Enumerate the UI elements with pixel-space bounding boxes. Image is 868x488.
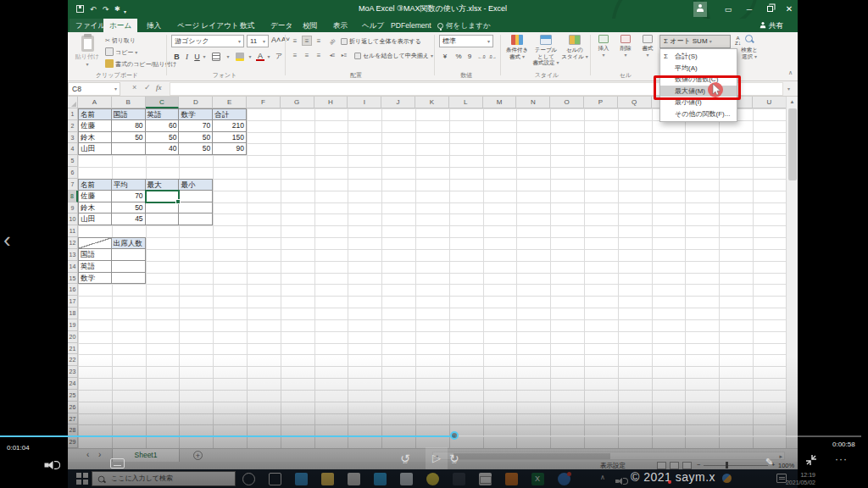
- cell-C3[interactable]: 50: [146, 132, 180, 144]
- horizontal-scrollbar[interactable]: ◂ ▸: [432, 452, 785, 460]
- view-settings-button[interactable]: 表示設定: [600, 462, 626, 469]
- align-left-icon[interactable]: ≡: [290, 50, 300, 60]
- tell-me-box[interactable]: 何をしますか: [437, 19, 491, 32]
- prev-sheet-icon[interactable]: ‹: [86, 450, 89, 459]
- row-header-17[interactable]: 17: [68, 296, 78, 308]
- row-header-9[interactable]: 9: [68, 202, 78, 214]
- align-top-icon[interactable]: ≡: [290, 36, 300, 46]
- font-size-select[interactable]: 11▾: [247, 35, 269, 47]
- font-color-icon[interactable]: A: [256, 51, 264, 61]
- expand-formula-bar-icon[interactable]: ▾: [787, 86, 790, 92]
- align-center-icon[interactable]: ≡: [302, 50, 312, 60]
- menu-item-average[interactable]: 平均(A): [660, 63, 737, 75]
- decrease-indent-icon[interactable]: ◂≡: [327, 50, 337, 60]
- cell-A3[interactable]: 鈴木: [78, 132, 112, 144]
- cell-A14[interactable]: 英語: [78, 261, 112, 273]
- taskbar-icon-photos[interactable]: [295, 473, 308, 485]
- row-header-6[interactable]: 6: [68, 167, 78, 179]
- copy-button[interactable]: コピー ▾: [105, 47, 137, 58]
- taskbar-icon-mail[interactable]: [479, 473, 492, 485]
- phonetic-icon[interactable]: ア: [275, 51, 283, 63]
- column-header-K[interactable]: K: [415, 97, 449, 108]
- column-header-Q[interactable]: Q: [618, 97, 652, 108]
- cell-A10[interactable]: 山田: [78, 214, 112, 225]
- row-header-3[interactable]: 3: [68, 132, 78, 144]
- bold-button[interactable]: B: [173, 51, 181, 63]
- page-layout-view-icon[interactable]: [670, 462, 679, 469]
- enter-icon[interactable]: ✓: [144, 83, 151, 92]
- column-header-U[interactable]: U: [753, 97, 786, 108]
- column-header-D[interactable]: D: [179, 97, 213, 108]
- row-header-26[interactable]: 26: [68, 402, 78, 413]
- cell-D7[interactable]: 最小: [179, 179, 213, 191]
- share-button[interactable]: 共有: [760, 19, 783, 32]
- row-header-4[interactable]: 4: [68, 143, 78, 155]
- taskbar-icon-cortana[interactable]: [242, 473, 255, 485]
- cell-B14[interactable]: [112, 261, 146, 273]
- column-header-E[interactable]: E: [213, 97, 247, 108]
- cell-A2[interactable]: 佐藤: [78, 120, 112, 132]
- tab-insert[interactable]: 挿入: [141, 19, 167, 32]
- borders-caret[interactable]: ▾: [225, 51, 231, 63]
- shrink-font-icon[interactable]: A˅: [281, 34, 290, 46]
- row-header-13[interactable]: 13: [68, 249, 78, 261]
- taskbar-icon-store[interactable]: [348, 473, 360, 485]
- tab-pdfelement[interactable]: PDFelement: [385, 19, 437, 32]
- vertical-scroll-thumb[interactable]: [788, 108, 797, 180]
- conditional-formatting-button[interactable]: 条件付き書式 ▾: [504, 35, 531, 70]
- cell-C1[interactable]: 英語: [146, 108, 180, 120]
- column-header-A[interactable]: A: [78, 97, 112, 108]
- taskbar-icon-meet-now[interactable]: [558, 473, 570, 485]
- cell-D1[interactable]: 数学: [179, 108, 213, 120]
- decrease-decimal-icon[interactable]: .0→: [487, 51, 498, 63]
- row-header-25[interactable]: 25: [68, 390, 78, 402]
- column-header-O[interactable]: O: [550, 97, 584, 108]
- column-header-M[interactable]: M: [483, 97, 517, 108]
- previous-video-chevron[interactable]: ‹: [3, 227, 11, 253]
- orientation-icon[interactable]: ab: [327, 36, 337, 46]
- row-header-7[interactable]: 7: [68, 179, 78, 191]
- cell-A12[interactable]: [78, 237, 112, 249]
- insert-cells-button[interactable]: 挿入▾: [593, 35, 614, 70]
- cell-E4[interactable]: 90: [213, 143, 247, 155]
- cell-E1[interactable]: 合計: [213, 108, 247, 120]
- row-header-22[interactable]: 22: [68, 354, 78, 366]
- taskbar-icon-excel[interactable]: [531, 473, 544, 485]
- tray-expand-icon[interactable]: ∧: [600, 474, 605, 481]
- annotate-pencil-icon[interactable]: ✎: [765, 457, 773, 468]
- taskbar-icon-task-view[interactable]: [269, 473, 281, 485]
- action-center-icon[interactable]: [776, 474, 787, 483]
- cell-A8[interactable]: 佐藤: [78, 191, 112, 202]
- number-format-select[interactable]: 標準▾: [439, 35, 493, 47]
- underline-button[interactable]: U: [193, 51, 201, 63]
- video-progress-bar[interactable]: [0, 435, 861, 437]
- row-header-8[interactable]: 8: [68, 191, 78, 202]
- next-sheet-icon[interactable]: ›: [98, 450, 101, 459]
- column-header-P[interactable]: P: [584, 97, 618, 108]
- format-as-table-button[interactable]: テーブルとして書式設定 ▾: [532, 35, 559, 70]
- underline-caret[interactable]: ▾: [202, 51, 207, 63]
- subtitles-icon[interactable]: [110, 458, 125, 469]
- row-header-12[interactable]: 12: [68, 237, 78, 249]
- cell-C2[interactable]: 60: [146, 120, 180, 132]
- row-header-23[interactable]: 23: [68, 366, 78, 378]
- cell-D9[interactable]: [179, 202, 213, 214]
- align-bottom-icon[interactable]: ≡: [314, 36, 324, 46]
- font-name-select[interactable]: 游ゴシック▾: [171, 35, 244, 47]
- row-header-5[interactable]: 5: [68, 155, 78, 167]
- zoom-slider-knob[interactable]: [726, 462, 728, 469]
- rewind-10-button[interactable]: ↺10: [400, 452, 410, 464]
- borders-icon[interactable]: [212, 51, 222, 63]
- taskbar-icon-app-light[interactable]: [400, 473, 413, 485]
- play-button[interactable]: ▷: [426, 447, 448, 469]
- cell-B7[interactable]: 平均: [112, 179, 146, 191]
- player-more-icon[interactable]: ···: [835, 453, 848, 465]
- cell-A15[interactable]: 数学: [78, 273, 112, 285]
- cell-C7[interactable]: 最大: [146, 179, 180, 191]
- video-progress-knob[interactable]: [450, 431, 459, 440]
- cell-B15[interactable]: [112, 273, 146, 285]
- cell-B9[interactable]: 50: [112, 202, 146, 214]
- cell-D4[interactable]: 50: [179, 143, 213, 155]
- zoom-out-icon[interactable]: −: [697, 461, 700, 469]
- column-header-L[interactable]: L: [449, 97, 483, 108]
